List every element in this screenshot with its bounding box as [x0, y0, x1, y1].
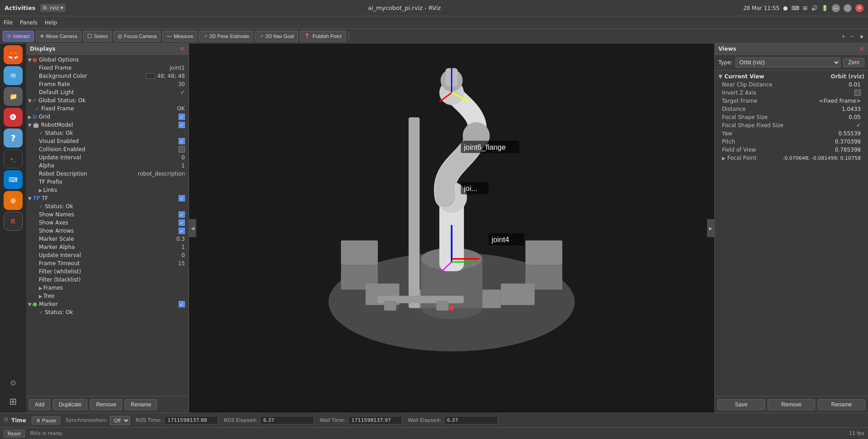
- frames-arrow[interactable]: ▶: [39, 286, 42, 291]
- tf-status-row[interactable]: ✓ Status: Ok: [26, 202, 189, 210]
- show-names-checkbox[interactable]: ✓: [179, 211, 185, 218]
- marker-display[interactable]: ▼ ● Marker ✓: [26, 300, 189, 308]
- tf-display[interactable]: ▼ TF TF ✓: [26, 194, 189, 202]
- visual-enabled-row[interactable]: Visual Enabled ✓: [26, 137, 189, 145]
- near-clip-row[interactable]: Near Clip Distance 0.01: [715, 81, 868, 89]
- tree-row[interactable]: ▶ Tree: [26, 292, 189, 300]
- links-arrow[interactable]: ▶: [39, 188, 42, 193]
- viewport[interactable]: ◀ ▶: [189, 43, 714, 413]
- robot-model-display[interactable]: ▼ 🤖 RobotModel ✓: [26, 121, 189, 129]
- fixed-frame-row[interactable]: Fixed Frame joint1: [26, 64, 189, 72]
- robot-model-checkbox[interactable]: ✓: [179, 122, 185, 128]
- links-row[interactable]: ▶ Links: [26, 186, 189, 194]
- dock-mail[interactable]: ✉: [4, 66, 23, 85]
- collapse-left-button[interactable]: ◀: [189, 219, 196, 237]
- tree-arrow[interactable]: ▶: [39, 294, 42, 299]
- marker-scale-row[interactable]: Marker Scale 0.3: [26, 235, 189, 243]
- toolbar-add-icon[interactable]: +: [840, 32, 847, 41]
- dock-files[interactable]: 📁: [4, 87, 23, 106]
- robot-description-row[interactable]: Robot Description robot_description: [26, 170, 189, 178]
- marker-arrow[interactable]: ▼: [28, 302, 32, 307]
- dock-rviz[interactable]: R: [4, 212, 23, 231]
- show-arrows-checkbox[interactable]: ✓: [179, 228, 185, 234]
- remove-display-button[interactable]: Remove: [90, 399, 122, 410]
- robot-status-row[interactable]: ✓ Status: Ok: [26, 129, 189, 137]
- views-type-select[interactable]: Orbit (rviz): [736, 57, 841, 67]
- dock-dvd[interactable]: ⊙: [4, 373, 23, 392]
- grid-checkbox[interactable]: ✓: [179, 114, 185, 120]
- tf-prefix-row[interactable]: TF Prefix: [26, 178, 189, 186]
- dock-grid-btn[interactable]: ⊞: [4, 392, 23, 411]
- pause-button[interactable]: ⏸ Pause: [32, 416, 60, 425]
- show-axes-row[interactable]: Show Axes ✓: [26, 219, 189, 227]
- marker-checkbox[interactable]: ✓: [179, 301, 185, 307]
- dock-appstore[interactable]: 🅐: [4, 108, 23, 127]
- sync-select[interactable]: Off: [110, 416, 130, 425]
- filter-whitelist-row[interactable]: Filter (whitelist): [26, 267, 189, 276]
- global-options-section[interactable]: ▼ ● Global Options: [26, 56, 189, 64]
- filter-blacklist-row[interactable]: Filter (blacklist): [26, 276, 189, 284]
- show-names-row[interactable]: Show Names ✓: [26, 210, 189, 219]
- focal-shape-fixed-row[interactable]: Focal Shape Fixed Size ✓: [715, 121, 868, 129]
- marker-status-row[interactable]: ✓ Status: Ok: [26, 308, 189, 316]
- global-status-fixed-frame-row[interactable]: ✓ Fixed Frame OK: [26, 105, 189, 113]
- collision-enabled-row[interactable]: Collision Enabled: [26, 145, 189, 153]
- frames-row[interactable]: ▶ Frames: [26, 284, 189, 292]
- close-button[interactable]: ✕: [855, 4, 863, 12]
- save-view-button[interactable]: Save: [717, 399, 765, 410]
- grid-display[interactable]: ▶ ⊞ Grid ✓: [26, 113, 189, 121]
- show-axes-checkbox[interactable]: ✓: [179, 220, 185, 226]
- frame-timeout-row[interactable]: Frame Timeout 15: [26, 259, 189, 267]
- default-light-row[interactable]: Default Light ✓: [26, 88, 189, 96]
- target-frame-row[interactable]: Target Frame <Fixed Frame>: [715, 97, 868, 105]
- focal-point-row[interactable]: ▶ Focal Point -0.070648; -0.081499; 0.10…: [715, 154, 868, 162]
- displays-tree[interactable]: ▼ ● Global Options Fixed Frame joint1 Ba…: [26, 55, 189, 396]
- menu-help[interactable]: Help: [45, 19, 57, 26]
- tool-move-camera[interactable]: ✛ Move Camera: [36, 31, 81, 42]
- focal-shape-size-row[interactable]: Focal Shape Size 0.05: [715, 113, 868, 121]
- yaw-row[interactable]: Yaw 0.55539: [715, 129, 868, 138]
- collision-enabled-checkbox[interactable]: [179, 146, 185, 153]
- rename-view-button[interactable]: Rename: [818, 399, 865, 410]
- remove-view-button[interactable]: Remove: [768, 399, 815, 410]
- visual-enabled-checkbox[interactable]: ✓: [179, 138, 185, 144]
- tf-checkbox[interactable]: ✓: [179, 195, 185, 201]
- dock-vscode[interactable]: ⌨: [4, 170, 23, 189]
- global-status-arrow[interactable]: ▼: [28, 98, 32, 103]
- current-view-section[interactable]: ▼ Current View Orbit (rviz): [715, 72, 868, 81]
- rename-display-button[interactable]: Rename: [125, 399, 157, 410]
- views-close[interactable]: ✕: [859, 45, 864, 52]
- distance-row[interactable]: Distance 1.0433: [715, 105, 868, 113]
- show-arrows-row[interactable]: Show Arrows ✓: [26, 227, 189, 235]
- tool-measure[interactable]: — Measure: [162, 31, 197, 42]
- global-status-section[interactable]: ▼ ✓ Global Status: Ok: [26, 96, 189, 105]
- maximize-button[interactable]: □: [844, 4, 852, 12]
- fov-row[interactable]: Field of View 0.785398: [715, 146, 868, 154]
- tool-nav-goal[interactable]: ↗ 2D Nav Goal: [255, 31, 298, 42]
- tf-update-interval-row[interactable]: Update Interval 0: [26, 251, 189, 259]
- toolbar-settings-icon[interactable]: ●: [858, 32, 865, 41]
- update-interval-row[interactable]: Update Interval 0: [26, 153, 189, 162]
- grid-arrow[interactable]: ▶: [28, 115, 32, 119]
- tf-arrow[interactable]: ▼: [28, 196, 32, 201]
- menu-panels[interactable]: Panels: [20, 19, 38, 26]
- tool-interact[interactable]: ⊹ Interact: [3, 31, 34, 42]
- dock-help[interactable]: ?: [4, 129, 23, 148]
- reset-button[interactable]: Reset: [4, 429, 25, 438]
- add-display-button[interactable]: Add: [29, 399, 50, 410]
- toolbar-remove-icon[interactable]: −: [849, 32, 856, 41]
- frame-rate-row[interactable]: Frame Rate 30: [26, 80, 189, 88]
- dock-firefox[interactable]: 🦊: [4, 45, 23, 64]
- tool-publish-point[interactable]: 📍 Publish Point: [300, 31, 345, 42]
- menu-file[interactable]: File: [4, 19, 13, 26]
- bg-color-row[interactable]: Background Color 48; 48; 48: [26, 72, 189, 80]
- pitch-row[interactable]: Pitch 0.370398: [715, 138, 868, 146]
- collapse-right-button[interactable]: ▶: [707, 219, 714, 237]
- minimize-button[interactable]: —: [832, 4, 840, 12]
- global-options-arrow[interactable]: ▼: [28, 57, 32, 62]
- tool-pose-estimate[interactable]: ↗ 2D Pose Estimate: [199, 31, 253, 42]
- dock-browser[interactable]: ⊕: [4, 191, 23, 210]
- tool-select[interactable]: ☐ Select: [83, 31, 112, 42]
- views-zero-button[interactable]: Zero: [843, 58, 864, 67]
- robot-model-arrow[interactable]: ▼: [28, 123, 32, 128]
